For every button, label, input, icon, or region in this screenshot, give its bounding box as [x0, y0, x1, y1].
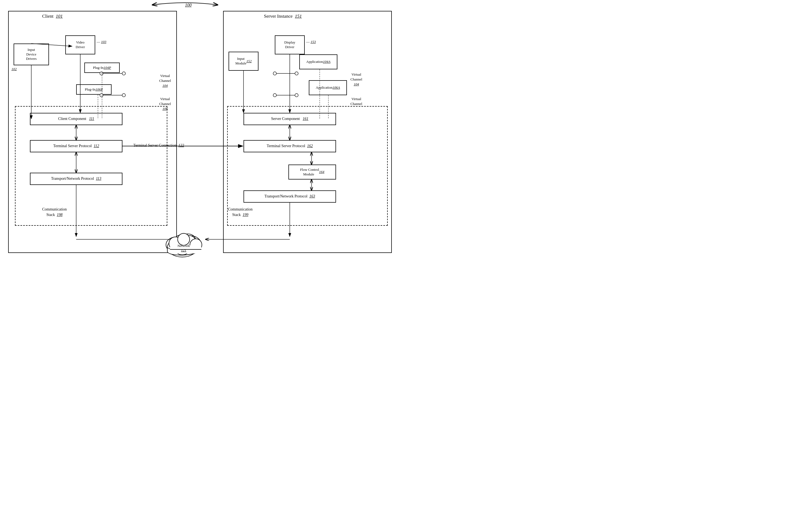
display-driver-ref: — 153	[306, 39, 316, 44]
comm-stack-198-label: CommunicationStack 198	[42, 207, 67, 217]
svg-text:Network: Network	[178, 244, 190, 248]
display-driver-box: DisplayDriver	[275, 35, 305, 54]
tnp-113-box: Transport/Network Protocol 113	[30, 173, 123, 185]
vc-106-left-label: VirtualChannel106	[159, 97, 171, 112]
tsp-112-box: Terminal Server Protocol 112	[30, 140, 123, 152]
input-device-drivers-box: InputDeviceDrivers	[14, 43, 49, 65]
comm-stack-199-label: CommunicationStack 199	[228, 207, 253, 217]
tsp-162-box: Terminal Server Protocol 162	[243, 140, 336, 152]
diagram: 100 Client 101 Server Instance 151 Input…	[0, 0, 400, 266]
server-label: Server Instance 151	[264, 13, 302, 20]
ts-connection-label: Terminal Server Connection 122	[133, 143, 184, 148]
server-component-box: Server Component 161	[243, 113, 336, 125]
vc-104-left-label: VirtualChannel104	[159, 73, 171, 89]
plugin-106p-box: Plug-In 106P	[76, 84, 112, 95]
tnp-163-box: Transport/Network Protocol 163	[243, 190, 336, 203]
client-label: Client 101	[42, 13, 63, 20]
client-component-box: Client Component 111	[30, 113, 123, 125]
video-driver-ref: — 103	[97, 39, 106, 44]
video-driver-box: VideoDriver	[65, 35, 95, 54]
svg-text:121: 121	[181, 248, 186, 252]
input-device-drivers-ref: 102	[12, 66, 17, 72]
flow-control-box: Flow ControlModule 164	[288, 165, 336, 179]
plugin-104p-box: Plug-In 104P	[85, 62, 120, 73]
input-module-box: InputModule152	[228, 52, 259, 71]
app-104a-box: Application104A	[299, 54, 337, 69]
app-106a-box: Application106A	[309, 80, 347, 95]
network-cloud-svg: Network 121	[163, 223, 220, 259]
diagram-ref: 100	[185, 2, 191, 8]
vc-104-right-label: VirtualChannel104	[350, 72, 362, 87]
